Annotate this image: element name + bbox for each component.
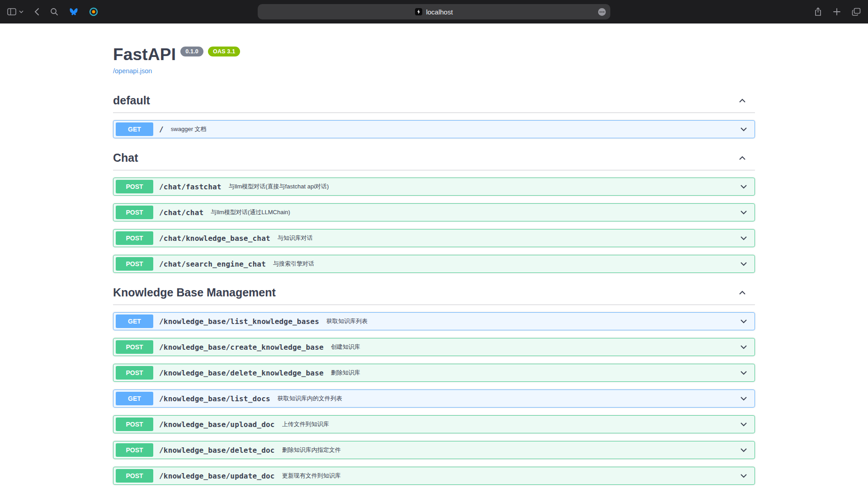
tag-title: Chat [113, 151, 138, 164]
endpoint-row[interactable]: POST/chat/knowledge_base_chat与知识库对话 [113, 229, 755, 247]
chevron-down-icon [739, 182, 748, 191]
tag-title: default [113, 94, 150, 107]
expand-endpoint-button[interactable] [739, 259, 748, 268]
endpoint-row[interactable]: POST/knowledge_base/upload_doc上传文件到知识库 [113, 415, 755, 433]
tag-header[interactable]: Chat [113, 146, 755, 170]
chevron-down-icon [739, 317, 748, 326]
bluesky-app-icon [69, 8, 78, 16]
method-badge: POST [116, 340, 153, 354]
tag-header[interactable]: default [113, 89, 755, 113]
expand-endpoint-button[interactable] [739, 343, 748, 352]
endpoint-description: 更新现有文件到知识库 [282, 472, 735, 480]
expand-endpoint-button[interactable] [739, 446, 748, 455]
endpoint-row[interactable]: POST/chat/chat与llm模型对话(通过LLMChain) [113, 203, 755, 221]
chevron-down-icon [739, 343, 748, 352]
api-sections: defaultGET/swagger 文档ChatPOST/chat/fastc… [113, 89, 755, 488]
method-badge: POST [116, 443, 153, 457]
new-tab-icon [833, 8, 841, 16]
chevron-down-icon [739, 259, 748, 268]
tab-overview-icon [852, 8, 861, 16]
browser-toolbar: localhost [0, 0, 868, 23]
endpoint-row[interactable]: GET/knowledge_base/list_docs获取知识库内的文件列表 [113, 389, 755, 408]
endpoint-row[interactable]: POST/knowledge_base/update_doc更新现有文件到知识库 [113, 467, 755, 485]
chevron-up-icon [738, 96, 747, 105]
api-tag-section: defaultGET/swagger 文档 [113, 89, 755, 138]
site-favicon-icon [415, 8, 422, 15]
api-tag-section: ChatPOST/chat/fastchat与llm模型对话(直接与fastch… [113, 146, 755, 273]
method-badge: POST [116, 257, 153, 271]
share-button[interactable] [814, 7, 822, 16]
address-bar[interactable]: localhost [258, 4, 610, 19]
expand-endpoint-button[interactable] [739, 182, 748, 191]
collapse-section-button[interactable] [738, 96, 747, 105]
endpoint-row[interactable]: POST/knowledge_base/delete_doc删除知识库内指定文件 [113, 441, 755, 459]
expand-endpoint-button[interactable] [739, 471, 748, 480]
expand-endpoint-button[interactable] [739, 208, 748, 217]
endpoint-row[interactable]: GET/swagger 文档 [113, 120, 755, 138]
method-badge: POST [116, 469, 153, 483]
endpoint-description: 获取知识库内的文件列表 [278, 394, 735, 403]
tab-overview-button[interactable] [852, 8, 861, 16]
endpoint-path: / [159, 125, 164, 134]
endpoint-path: /knowledge_base/list_knowledge_bases [159, 317, 319, 326]
endpoint-path: /knowledge_base/list_docs [159, 394, 270, 403]
endpoint-description: 与llm模型对话(通过LLMChain) [211, 208, 735, 216]
endpoint-row[interactable]: POST/chat/fastchat与llm模型对话(直接与fastchat a… [113, 178, 755, 196]
endpoint-path: /chat/fastchat [159, 183, 222, 191]
collapse-section-button[interactable] [738, 288, 747, 297]
api-info: FastAPI0.1.0OAS 3.1 /openapi.json [113, 45, 755, 75]
expand-endpoint-button[interactable] [739, 368, 748, 377]
chevron-up-icon [738, 288, 747, 297]
search-button[interactable] [50, 8, 58, 16]
endpoint-description: 与搜索引擎对话 [273, 260, 735, 268]
method-badge: GET [116, 122, 153, 136]
endpoint-description: 与llm模型对话(直接与fastchat api对话) [229, 183, 735, 191]
expand-endpoint-button[interactable] [739, 125, 748, 134]
back-icon [34, 8, 39, 16]
expand-endpoint-button[interactable] [739, 317, 748, 326]
endpoint-path: /chat/search_engine_chat [159, 260, 266, 268]
endpoint-row[interactable]: POST/chat/search_engine_chat与搜索引擎对话 [113, 255, 755, 273]
openapi-spec-link[interactable]: /openapi.json [113, 67, 152, 75]
endpoint-description: 删除知识库内指定文件 [282, 446, 735, 454]
chevron-down-icon [739, 394, 748, 403]
bluesky-app-button[interactable] [69, 8, 78, 16]
endpoint-row[interactable]: POST/knowledge_base/create_knowledge_bas… [113, 338, 755, 356]
method-badge: GET [116, 392, 153, 405]
method-badge: POST [116, 206, 153, 219]
endpoint-row[interactable]: POST/knowledge_base/delete_knowledge_bas… [113, 364, 755, 382]
api-tag-section: Knowledge Base ManagementGET/knowledge_b… [113, 281, 755, 488]
method-badge: POST [116, 418, 153, 431]
chevron-down-icon [739, 471, 748, 480]
back-button[interactable] [34, 8, 39, 16]
sidebar-toggle-button[interactable] [7, 8, 16, 15]
sidebar-toggle-icon [7, 8, 16, 15]
new-tab-button[interactable] [833, 8, 841, 16]
tag-header[interactable]: Knowledge Base Management [113, 281, 755, 305]
focus-ring-app-icon [89, 7, 98, 16]
endpoint-row[interactable]: GET/knowledge_base/list_knowledge_bases获… [113, 312, 755, 330]
endpoint-path: /knowledge_base/delete_knowledge_base [159, 369, 324, 377]
method-badge: POST [116, 180, 153, 193]
page-menu-button[interactable] [598, 8, 606, 16]
expand-endpoint-button[interactable] [739, 420, 748, 429]
method-badge: GET [116, 314, 153, 328]
url-text: localhost [426, 8, 453, 16]
endpoint-path: /knowledge_base/upload_doc [159, 420, 275, 429]
focus-app-button[interactable] [89, 7, 98, 16]
sidebar-menu-button[interactable] [19, 10, 24, 14]
api-title: FastAPI [113, 45, 176, 64]
endpoint-description: 与知识库对话 [278, 234, 735, 242]
collapse-section-button[interactable] [738, 154, 747, 163]
endpoint-path: /chat/chat [159, 208, 203, 217]
version-badge: 0.1.0 [180, 47, 203, 56]
swagger-ui: FastAPI0.1.0OAS 3.1 /openapi.json defaul… [113, 45, 755, 488]
endpoint-description: 删除知识库 [331, 369, 735, 377]
tag-title: Knowledge Base Management [113, 286, 276, 299]
expand-endpoint-button[interactable] [739, 394, 748, 403]
endpoint-description: 创建知识库 [331, 343, 735, 351]
chevron-up-icon [738, 154, 747, 163]
share-icon [814, 7, 822, 16]
expand-endpoint-button[interactable] [739, 234, 748, 243]
endpoint-path: /knowledge_base/delete_doc [159, 446, 275, 455]
